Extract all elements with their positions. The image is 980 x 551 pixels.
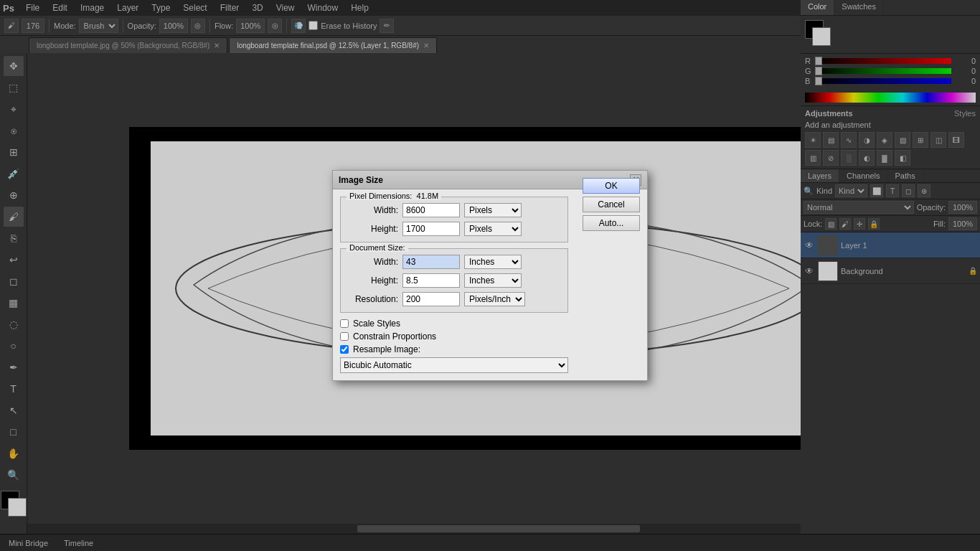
resample-row: Resample Image: — [340, 344, 568, 354]
pixel-dimensions-section: Pixel Dimensions: 41.8M Width: Pixels He… — [340, 197, 568, 242]
doc-height-row: Height: Inches — [348, 273, 560, 288]
resample-label[interactable]: Resample Image: — [353, 344, 420, 354]
pixel-height-unit[interactable]: Pixels — [464, 222, 522, 236]
width-label: Width: — [348, 205, 398, 215]
pixel-width-input[interactable] — [402, 203, 460, 217]
cancel-button[interactable]: Cancel — [583, 197, 640, 212]
constrain-row: Constrain Proportions — [340, 331, 568, 342]
scale-styles-label[interactable]: Scale Styles — [353, 319, 400, 329]
auto-button[interactable]: Auto... — [583, 215, 640, 231]
doc-height-unit[interactable]: Inches — [464, 273, 522, 288]
pixel-height-row: Height: Pixels — [348, 222, 560, 236]
doc-width-label: Width: — [348, 257, 398, 267]
ok-button[interactable]: OK — [583, 178, 640, 194]
height-label: Height: — [348, 224, 398, 234]
constrain-label[interactable]: Constrain Proportions — [353, 331, 436, 342]
resolution-label: Resolution: — [348, 294, 398, 304]
pixel-width-unit[interactable]: Pixels — [464, 203, 522, 217]
pixel-dimensions-title: Pixel Dimensions: 41.8M — [347, 192, 441, 200]
resolution-row: Resolution: Pixels/Inch — [348, 292, 560, 306]
pixel-width-row: Width: Pixels — [348, 203, 560, 217]
scale-styles-checkbox[interactable] — [340, 319, 349, 328]
doc-width-unit[interactable]: Inches — [464, 255, 522, 269]
dialog-buttons: OK Cancel Auto... — [583, 178, 640, 231]
dialog-overlay: Image Size ✕ Pixel Dimensions: 41.8M Wid… — [0, 0, 980, 551]
resample-method-select[interactable]: Bicubic Automatic — [340, 357, 568, 373]
resolution-input[interactable] — [402, 292, 460, 306]
document-size-section: Document Size: Width: Inches Height: Inc… — [340, 248, 568, 313]
resample-checkbox[interactable] — [340, 345, 349, 354]
doc-width-input[interactable] — [402, 255, 460, 269]
resolution-unit[interactable]: Pixels/Inch — [464, 292, 525, 306]
doc-height-input[interactable] — [402, 273, 460, 288]
doc-width-row: Width: Inches — [348, 255, 560, 269]
document-size-title: Document Size: — [347, 243, 408, 252]
dialog-title: Image Size — [339, 175, 383, 185]
image-size-dialog: Image Size ✕ Pixel Dimensions: 41.8M Wid… — [332, 170, 648, 381]
scale-styles-row: Scale Styles — [340, 319, 568, 329]
doc-height-label: Height: — [348, 276, 398, 286]
resample-method-row: Bicubic Automatic — [340, 357, 568, 373]
constrain-checkbox[interactable] — [340, 332, 349, 341]
pixel-height-input[interactable] — [402, 222, 460, 236]
